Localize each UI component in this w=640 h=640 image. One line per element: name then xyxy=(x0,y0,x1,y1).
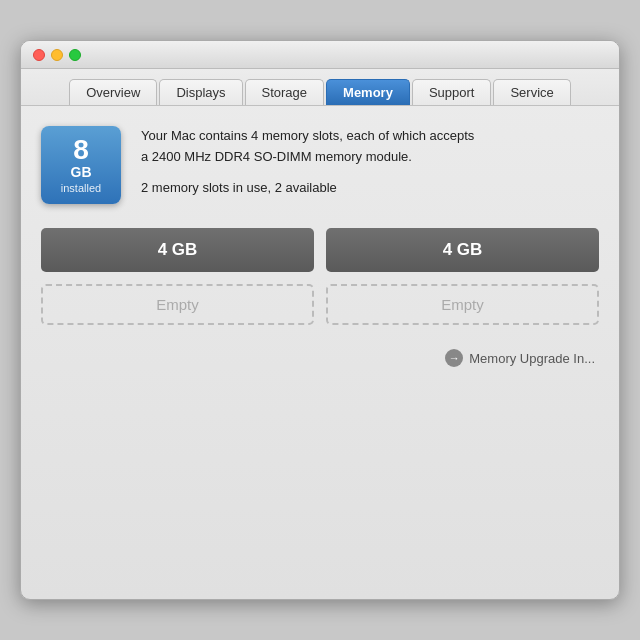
tab-overview[interactable]: Overview xyxy=(69,79,157,105)
memory-installed-label: installed xyxy=(55,182,107,194)
upgrade-icon: → xyxy=(445,349,463,367)
minimize-button[interactable] xyxy=(51,49,63,61)
memory-value: 8 xyxy=(55,136,107,164)
tab-support[interactable]: Support xyxy=(412,79,492,105)
slot-empty-2: Empty xyxy=(326,284,599,325)
close-button[interactable] xyxy=(33,49,45,61)
tab-service[interactable]: Service xyxy=(493,79,570,105)
main-window: Overview Displays Storage Memory Support… xyxy=(20,40,620,600)
title-bar xyxy=(21,41,619,69)
memory-slots: 4 GB 4 GB Empty Empty xyxy=(41,228,599,325)
description-line1: Your Mac contains 4 memory slots, each o… xyxy=(141,126,474,168)
tab-memory[interactable]: Memory xyxy=(326,79,410,105)
description-line3: 2 memory slots in use, 2 available xyxy=(141,178,474,199)
traffic-lights xyxy=(33,49,81,61)
maximize-button[interactable] xyxy=(69,49,81,61)
memory-description: Your Mac contains 4 memory slots, each o… xyxy=(141,126,474,208)
upgrade-link-label: Memory Upgrade In... xyxy=(469,351,595,366)
memory-unit: GB xyxy=(55,164,107,180)
slot-filled-2: 4 GB xyxy=(326,228,599,272)
top-section: 8 GB installed Your Mac contains 4 memor… xyxy=(41,126,599,208)
slot-empty-1: Empty xyxy=(41,284,314,325)
tab-bar: Overview Displays Storage Memory Support… xyxy=(21,69,619,106)
tab-displays[interactable]: Displays xyxy=(159,79,242,105)
upgrade-link-row: → Memory Upgrade In... xyxy=(41,349,599,367)
slot-filled-1: 4 GB xyxy=(41,228,314,272)
memory-badge: 8 GB installed xyxy=(41,126,121,204)
tab-storage[interactable]: Storage xyxy=(245,79,325,105)
content-area: 8 GB installed Your Mac contains 4 memor… xyxy=(21,106,619,599)
upgrade-link[interactable]: → Memory Upgrade In... xyxy=(445,349,595,367)
